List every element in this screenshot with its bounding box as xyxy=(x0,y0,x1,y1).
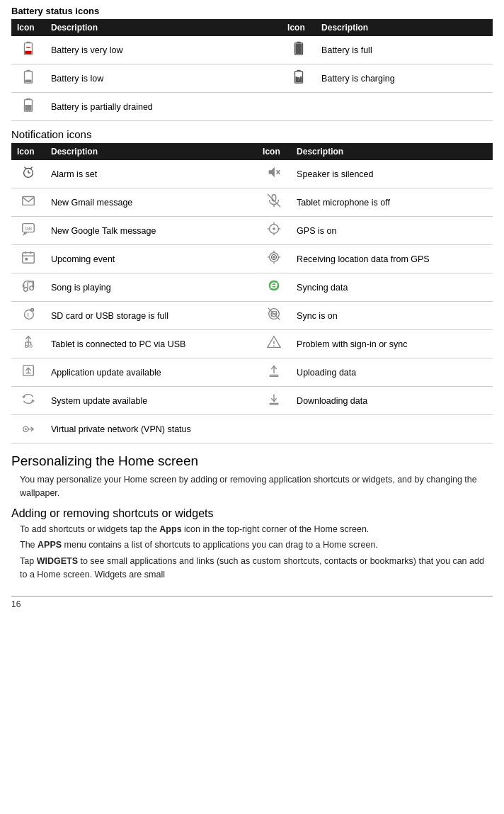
svg-point-72 xyxy=(273,345,275,346)
adding-heading: Adding or removing shortcuts or widgets xyxy=(11,507,493,520)
battery-charging-icon xyxy=(282,64,316,93)
battery-very-low-icon xyxy=(11,36,45,64)
gps-desc: GPS is on xyxy=(291,217,493,245)
gps-icon xyxy=(257,217,291,245)
svg-point-65 xyxy=(30,345,33,348)
table-row: Virtual private network (VPN) status xyxy=(11,415,493,443)
adding-text3-post: to see small applications and links (suc… xyxy=(20,556,484,580)
personalizing-heading: Personalizing the Home screen xyxy=(11,453,493,469)
battery-col-icon2: Icon xyxy=(282,19,316,36)
page-number: 16 xyxy=(11,599,21,609)
syncing-desc: Syncing data xyxy=(291,273,493,302)
adding-text1: To add shortcuts or widgets tap the Apps… xyxy=(20,523,484,536)
syncing-icon xyxy=(257,273,291,302)
google-talk-icon: talk xyxy=(11,217,45,245)
table-row: Tablet is connected to PC via USB Proble… xyxy=(11,330,493,358)
gmail-desc: New Gmail message xyxy=(45,188,257,217)
gps-receiving-desc: Receiving location data from GPS xyxy=(291,245,493,273)
app-update-desc: Application update available xyxy=(45,358,257,387)
svg-line-21 xyxy=(30,167,33,169)
battery-very-low-desc: Battery is very low xyxy=(45,36,282,64)
alarm-desc: Alarm is set xyxy=(45,160,257,188)
svg-marker-22 xyxy=(269,167,275,178)
svg-point-48 xyxy=(271,254,276,259)
sign-in-problem-desc: Problem with sign-in or sync xyxy=(291,330,493,358)
battery-col-desc2: Description xyxy=(316,19,493,36)
svg-rect-5 xyxy=(297,42,301,43)
app-update-icon xyxy=(11,358,45,387)
battery-partial-desc: Battery is partially drained xyxy=(45,93,282,121)
notif-col-icon1: Icon xyxy=(11,143,45,160)
svg-rect-2 xyxy=(25,51,31,55)
upload-icon xyxy=(257,358,291,387)
vpn-desc: Virtual private network (VPN) status xyxy=(45,415,257,443)
notification-section-title: Notification icons xyxy=(11,128,493,140)
speaker-silenced-desc: Speaker is silenced xyxy=(291,160,493,188)
music-desc: Song is playing xyxy=(45,273,257,302)
table-row: Alarm is set Speaker is silenced xyxy=(11,160,493,188)
vpn-empty-icon xyxy=(257,415,291,443)
adding-text3-pre: Tap xyxy=(20,556,37,566)
table-row: Battery is very low Battery is full xyxy=(11,36,493,64)
gmail-icon xyxy=(11,188,45,217)
battery-empty-icon2 xyxy=(282,93,316,121)
svg-rect-41 xyxy=(25,258,28,261)
battery-empty-desc2 xyxy=(316,93,493,121)
svg-point-86 xyxy=(25,428,27,430)
svg-rect-16 xyxy=(25,105,31,111)
personalizing-text: You may personalize your Home screen by … xyxy=(20,473,484,500)
adding-text2-post: menu contains a list of shortcuts to app… xyxy=(62,540,378,550)
battery-col-icon1: Icon xyxy=(11,19,45,36)
table-row: Battery is low Battery is charging xyxy=(11,64,493,93)
svg-rect-37 xyxy=(23,253,35,264)
svg-text:talk: talk xyxy=(25,226,33,231)
battery-partial-icon xyxy=(11,93,45,121)
notif-col-desc1: Description xyxy=(45,143,257,160)
table-row: Song is playing Syncing data xyxy=(11,273,493,302)
battery-low-desc: Battery is low xyxy=(45,64,282,93)
svg-rect-54 xyxy=(23,284,25,288)
calendar-icon xyxy=(11,245,45,273)
adding-text3-bold: WIDGETS xyxy=(37,556,78,566)
sync-on-icon xyxy=(257,302,291,330)
adding-text2-pre: The xyxy=(20,540,38,550)
mic-off-icon xyxy=(257,188,291,217)
notif-col-desc2: Description xyxy=(291,143,493,160)
adding-text3: Tap WIDGETS to see small applications an… xyxy=(20,555,484,582)
battery-full-desc: Battery is full xyxy=(316,36,493,64)
mic-off-desc: Tablet microphone is off xyxy=(291,188,493,217)
adding-text2: The APPS menu contains a list of shortcu… xyxy=(20,538,484,552)
sd-full-desc: SD card or USB storage is full xyxy=(45,302,257,330)
svg-line-20 xyxy=(25,167,27,169)
page-footer: 16 xyxy=(11,596,493,609)
svg-rect-15 xyxy=(26,98,30,100)
vpn-empty-desc xyxy=(291,415,493,443)
svg-rect-11 xyxy=(297,70,301,72)
svg-rect-6 xyxy=(296,44,302,55)
system-update-desc: System update available xyxy=(45,387,257,415)
svg-rect-9 xyxy=(25,80,31,83)
alarm-icon xyxy=(11,160,45,188)
notif-col-icon2: Icon xyxy=(257,143,291,160)
svg-rect-25 xyxy=(23,197,35,205)
battery-low-icon xyxy=(11,64,45,93)
music-icon xyxy=(11,273,45,302)
battery-table: Icon Description Icon Description Batter… xyxy=(11,19,493,121)
table-row: Application update available Uploading d… xyxy=(11,358,493,387)
system-update-icon xyxy=(11,387,45,415)
sign-in-problem-icon xyxy=(257,330,291,358)
svg-rect-8 xyxy=(26,70,30,72)
upload-desc: Uploading data xyxy=(291,358,493,387)
table-row: ! ! SD card or USB storage is full Sync … xyxy=(11,302,493,330)
table-row: Battery is partially drained xyxy=(11,93,493,121)
download-desc: Downloading data xyxy=(291,387,493,415)
table-row: talk New Google Talk message GPS is on xyxy=(11,217,493,245)
svg-line-62 xyxy=(268,308,280,320)
svg-text:!: ! xyxy=(31,308,33,312)
table-row: Upcoming event Receiving location data f… xyxy=(11,245,493,273)
google-talk-desc: New Google Talk message xyxy=(45,217,257,245)
svg-rect-1 xyxy=(26,42,30,43)
vpn-icon xyxy=(11,415,45,443)
adding-text1-post: icon in the top-right corner of the Home… xyxy=(182,524,370,534)
gps-receiving-icon xyxy=(257,245,291,273)
